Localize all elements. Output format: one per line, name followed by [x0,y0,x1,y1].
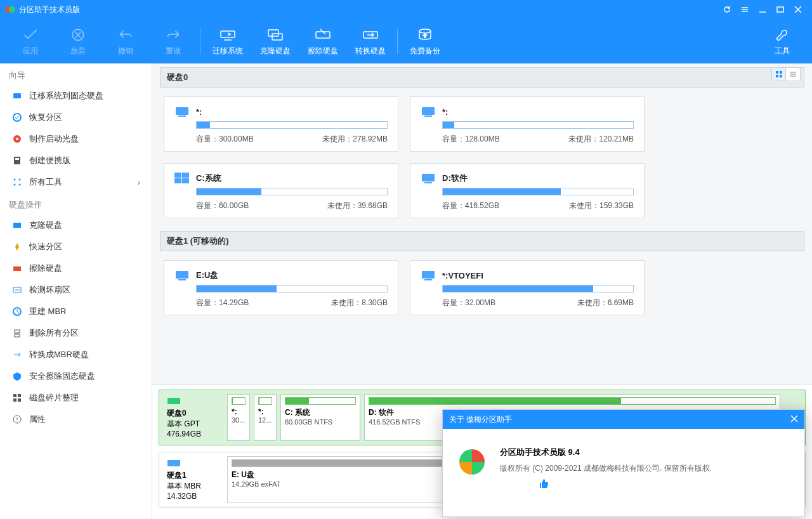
svg-rect-44 [176,271,188,279]
svg-rect-10 [13,93,21,98]
migrate-os-button[interactable]: 迁移系统 [204,23,251,60]
svg-rect-41 [182,178,189,183]
svg-point-9 [419,29,431,33]
svg-point-18 [14,184,16,186]
redo-button[interactable]: 重做 [149,23,197,60]
sidebar-wizard-item[interactable]: 迁移系统到固态硬盘 [0,85,152,107]
svg-rect-27 [13,398,16,402]
svg-rect-7 [316,32,330,38]
svg-rect-42 [422,174,435,181]
sidebar-icon [11,392,23,404]
sidebar-wizard-item[interactable]: 创建便携版 [0,150,152,171]
sidebar-disk-item[interactable]: 属性 [0,409,152,430]
backup-button[interactable]: 免费备份 [401,23,449,60]
svg-point-17 [19,179,21,181]
thumbs-up-icon[interactable] [538,478,551,491]
sidebar-disk-item[interactable]: 快速分区 [0,236,152,258]
partition-card[interactable]: C:系统 容量：60.00GB未使用：39.68GB [164,163,398,218]
sidebar-icon [11,90,23,102]
disk-info: 硬盘0基本 GPT476.94GB [163,394,223,441]
capacity-label: 容量：32.00MB [442,298,495,308]
partition-card[interactable]: D:软件 容量：416.52GB未使用：159.33GB [410,163,645,218]
wipe-disk-button[interactable]: 擦除硬盘 [299,23,346,60]
sidebar-icon [11,349,23,360]
svg-rect-2 [777,7,783,12]
convert-disk-button[interactable]: 转换硬盘 [346,23,394,60]
undo-button[interactable]: 撤销 [102,23,149,60]
drive-icon [174,270,190,281]
about-product: 分区助手技术员版 9.4 [500,447,712,458]
svg-rect-48 [167,398,180,404]
svg-rect-34 [176,107,188,115]
sidebar-icon [11,284,23,296]
sidebar-wizard-item[interactable]: 恢复分区 [0,107,152,128]
apply-button[interactable]: 应用 [6,23,54,60]
disk-icon [167,459,181,468]
sidebar-icon [11,371,23,382]
maximize-icon[interactable] [771,0,789,19]
sidebar-disk-item[interactable]: 删除所有分区 [0,322,152,344]
about-close-icon[interactable] [790,415,798,424]
partition-block[interactable]: C: 系统60.00GB NTFS [280,394,360,441]
disk-icon [167,397,181,405]
close-icon[interactable] [789,0,807,19]
sidebar-header-wizard: 向导 [0,63,152,85]
svg-rect-45 [178,279,186,280]
svg-rect-49 [167,460,180,466]
partition-card[interactable]: *: 容量：128.00MB未使用：120.21MB [410,96,645,152]
disk-header: 硬盘1 (可移动的) [160,231,804,251]
svg-rect-35 [178,115,186,117]
sidebar-disk-item[interactable]: 安全擦除固态硬盘 [0,365,152,387]
drive-icon [421,270,436,281]
capacity-label: 容量：128.00MB [442,134,500,145]
sidebar-wizard-item[interactable]: 制作启动光盘 [0,128,152,150]
grid-view-icon[interactable] [772,68,786,81]
sidebar: 向导 迁移系统到固态硬盘恢复分区制作启动光盘创建便携版所有工具› 硬盘操作 克隆… [0,63,152,519]
partition-card[interactable]: E:U盘 容量：14.29GB未使用：8.30GB [164,260,398,315]
view-toggle[interactable] [771,67,801,81]
menu-icon[interactable] [736,0,754,19]
drive-icon [421,173,436,184]
capacity-label: 容量：14.29GB [196,298,249,308]
sidebar-icon [11,133,23,145]
usage-bar [442,121,634,129]
capacity-label: 容量：60.00GB [196,200,249,211]
titlebar: 分区助手技术员版 [0,0,812,19]
sidebar-icon [11,414,23,425]
partition-card[interactable]: *: 容量：300.00MB未使用：278.92MB [164,96,398,152]
partition-block[interactable]: *:12... [254,394,277,441]
capacity-label: 容量：300.00MB [196,134,254,145]
refresh-icon[interactable] [718,0,736,19]
svg-point-13 [16,138,18,140]
svg-point-19 [19,184,21,186]
svg-rect-31 [780,71,782,74]
usage-bar [196,121,388,129]
partitions-panel: 硬盘0 *: 容量：300.00MB未使用：278.92MB *: 容量：128… [152,63,812,384]
sidebar-disk-item[interactable]: 转换成MBR硬盘 [0,344,152,365]
sidebar-disk-item[interactable]: 磁盘碎片整理 [0,387,152,409]
clone-disk-button[interactable]: 克隆硬盘 [251,23,299,60]
discard-button[interactable]: 放弃 [54,23,102,60]
minimize-icon[interactable] [754,0,771,19]
svg-point-16 [14,179,16,181]
partition-block[interactable]: *:30... [227,394,250,441]
sidebar-disk-item[interactable]: 擦除硬盘 [0,258,152,279]
partition-card[interactable]: *:VTOYEFI 容量：32.00MB未使用：6.69MB [410,260,645,315]
svg-rect-25 [13,394,16,397]
sidebar-icon [11,155,23,166]
sidebar-disk-item[interactable]: 检测坏扇区 [0,279,152,301]
sidebar-icon [11,112,23,123]
svg-rect-32 [776,75,778,77]
sidebar-disk-item[interactable]: 重建 MBR [0,301,152,322]
partition-name: E:U盘 [196,270,388,281]
list-view-icon[interactable] [786,68,800,81]
app-title: 分区助手技术员版 [19,4,718,15]
about-dialog: 关于 傲梅分区助手 分区助手技术员版 9.4 版权所有 (C) 2009-202… [442,409,805,517]
sidebar-header-disk: 硬盘操作 [0,193,152,214]
tools-button[interactable]: 工具 [758,23,806,60]
unused-label: 未使用：8.30GB [331,298,388,308]
svg-rect-20 [13,223,21,228]
sidebar-disk-item[interactable]: 克隆硬盘 [0,214,152,236]
svg-rect-43 [424,182,432,183]
sidebar-wizard-item[interactable]: 所有工具› [0,171,152,193]
